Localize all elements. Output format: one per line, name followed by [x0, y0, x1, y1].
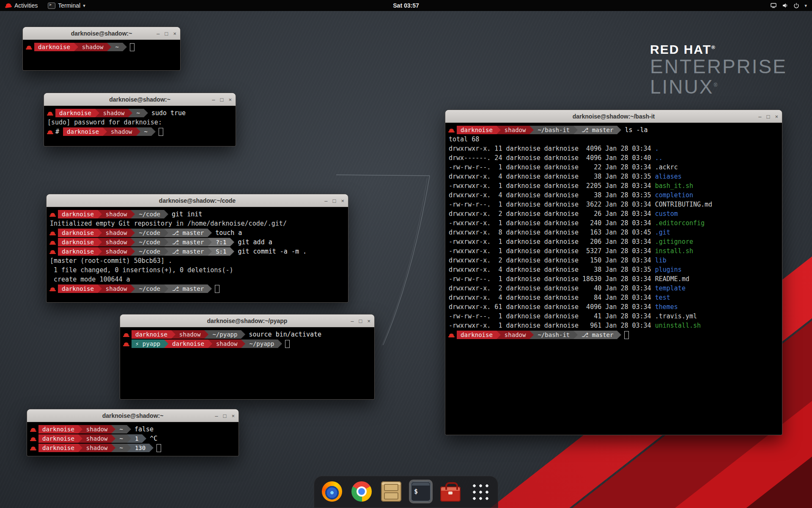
terminal-cursor	[159, 128, 163, 136]
rhel-branding: RED HAT® ENTERPRISE LINUX®	[650, 42, 787, 97]
terminal-app-icon	[48, 3, 55, 9]
prompt-segment-user: darknoise	[38, 444, 78, 452]
minimize-button[interactable]: –	[758, 114, 761, 119]
activities-button[interactable]: Activities	[0, 0, 43, 11]
window-titlebar[interactable]: darknoise@shadow:~–□×	[27, 409, 239, 422]
file-name: .ackrc	[655, 163, 678, 171]
terminal-screen[interactable]: darknoiseshadow~/bash-it⎇ masterls -lato…	[445, 123, 782, 435]
prompt-segment-exit: 130	[131, 444, 149, 452]
dock-item-files[interactable]	[379, 480, 403, 503]
volume-icon	[782, 2, 788, 9]
prompt-segment-path: ~/code	[135, 238, 164, 246]
dock-item-chrome[interactable]	[350, 480, 373, 503]
minimize-button[interactable]: –	[351, 318, 354, 324]
redhat-prompt-icon	[47, 110, 53, 116]
maximize-button[interactable]: □	[359, 318, 362, 324]
minimize-button[interactable]: –	[156, 31, 159, 36]
output-line: total 68	[449, 135, 779, 144]
prompt-line: darknoiseshadow~/bash-it⎇ master	[449, 330, 779, 340]
window-controls: –□×	[324, 194, 344, 207]
terminal-screen[interactable]: darknoiseshadow~	[23, 40, 180, 70]
powerline-separator	[98, 284, 102, 293]
prompt-segment-host: shadow	[82, 444, 112, 452]
close-button[interactable]: ×	[367, 318, 370, 324]
command-text: git init	[168, 210, 202, 218]
dock-item-show-apps[interactable]	[468, 480, 492, 503]
dock-item-firefox[interactable]	[320, 480, 344, 503]
dock	[314, 476, 498, 508]
terminal-cursor	[215, 285, 219, 293]
powerline-separator	[208, 229, 212, 237]
redhat-prompt-icon	[50, 212, 55, 217]
powerline-separator	[98, 210, 102, 218]
powerline-separator	[98, 229, 102, 237]
powerline-separator	[617, 126, 621, 134]
prompt-segment-user: darknoise	[58, 247, 98, 256]
file-row-meta: drwxrwxr-x. 4 darknoise darknoise 84 Jan…	[449, 294, 655, 301]
window-titlebar[interactable]: darknoise@shadow:~–□×	[23, 27, 180, 40]
window-title: darknoise@shadow:~/bash-it	[573, 113, 655, 120]
prompt-segment-user: darknoise	[58, 238, 98, 246]
maximize-button[interactable]: □	[220, 97, 224, 102]
prompt-segment-path: ~	[115, 434, 126, 443]
file-row: drwxrwxr-x. 4 darknoise darknoise 84 Jan…	[449, 293, 779, 302]
maximize-button[interactable]: □	[223, 413, 227, 419]
prompt-segment-path: ~/pyapp	[208, 330, 241, 339]
clock[interactable]: Sat 03:57	[393, 2, 419, 9]
close-button[interactable]: ×	[231, 413, 235, 419]
powerline-separator	[131, 238, 135, 246]
powerline-separator	[241, 340, 245, 348]
app-menu-terminal[interactable]: Terminal ▾	[43, 0, 90, 11]
window-titlebar[interactable]: darknoise@shadow:~–□×	[44, 93, 236, 106]
prompt-segment-user: darknoise	[34, 43, 74, 51]
powerline-separator	[208, 340, 212, 348]
maximize-button[interactable]: □	[333, 198, 336, 204]
maximize-button[interactable]: □	[767, 114, 770, 119]
prompt-segment-scm: ⎇ master	[578, 126, 617, 134]
terminal-screen[interactable]: darknoiseshadow~/codegit initInitialized…	[47, 207, 348, 302]
activities-label: Activities	[14, 2, 38, 9]
file-row: -rwxrwxr-x. 1 darknoise darknoise 5327 J…	[449, 246, 779, 256]
close-button[interactable]: ×	[341, 198, 344, 204]
prompt-segment-host: shadow	[102, 284, 131, 293]
redhat-prompt-icon	[50, 249, 55, 254]
powerline-separator	[164, 229, 168, 237]
file-row-meta: -rw-rw-r--. 1 darknoise darknoise 41 Jan…	[449, 312, 655, 320]
command-text: ^C	[146, 435, 157, 442]
prompt-line: ⚡ pyappdarknoiseshadow~/pyapp	[123, 339, 371, 348]
terminal-screen[interactable]: darknoiseshadow~falsedarknoiseshadow~1^C…	[27, 422, 239, 456]
prompt-segment-scm: ⎇ master	[168, 284, 208, 293]
command-text: touch a	[212, 229, 242, 237]
dock-item-terminal[interactable]	[409, 480, 433, 503]
prompt-segment-user: darknoise	[38, 434, 78, 443]
close-button[interactable]: ×	[228, 97, 232, 102]
close-button[interactable]: ×	[173, 31, 176, 36]
window-controls: –□×	[758, 110, 778, 123]
window-titlebar[interactable]: darknoise@shadow:~/code–□×	[47, 194, 348, 207]
maximize-button[interactable]: □	[165, 31, 168, 36]
terminal-screen[interactable]: darknoiseshadow~/pyappsource bin/activat…	[120, 327, 374, 399]
file-row-meta: drwx------. 24 darknoise darknoise 4096 …	[449, 154, 655, 162]
powerline-separator	[131, 284, 135, 293]
window-titlebar[interactable]: darknoise@shadow:~/bash-it–□×	[445, 110, 782, 123]
close-button[interactable]: ×	[775, 114, 778, 119]
file-row-meta: drwxrwxr-x. 4 darknoise darknoise 38 Jan…	[449, 266, 655, 273]
redhat-prompt-icon	[123, 341, 129, 347]
file-row: -rw-rw-r--. 1 darknoise darknoise 3622 J…	[449, 200, 779, 209]
file-row: -rw-rw-r--. 1 darknoise darknoise 41 Jan…	[449, 312, 779, 321]
minimize-button[interactable]: –	[212, 97, 215, 102]
window-titlebar[interactable]: darknoise@shadow:~/pyapp–□×	[120, 315, 374, 327]
file-name: test	[655, 294, 670, 301]
dock-item-toolbox[interactable]	[439, 480, 462, 503]
terminal-screen[interactable]: darknoiseshadow~sudo true[sudo] password…	[44, 106, 236, 146]
system-status-area[interactable]: ▾	[770, 2, 812, 9]
minimize-button[interactable]: –	[324, 198, 327, 204]
power-icon	[793, 2, 800, 9]
file-name: bash_it.sh	[655, 182, 693, 190]
powerline-separator	[278, 340, 282, 348]
prompt-segment-path: ~	[140, 127, 151, 136]
prompt-line: darknoiseshadow~/code⎇ master?:1git add …	[50, 237, 345, 247]
minimize-button[interactable]: –	[215, 413, 218, 419]
file-row: -rwxrwxr-x. 1 darknoise darknoise 2205 J…	[449, 181, 779, 190]
file-row-meta: drwxrwxr-x. 2 darknoise darknoise 40 Jan…	[449, 284, 655, 292]
